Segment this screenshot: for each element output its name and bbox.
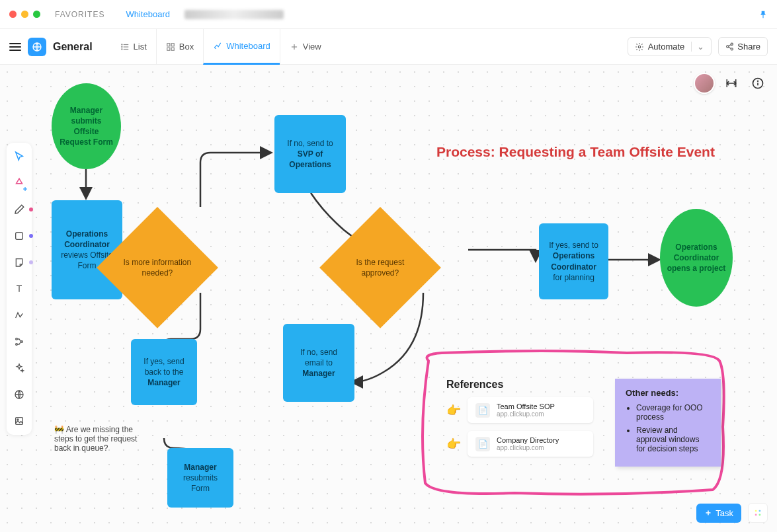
space-name[interactable]: General xyxy=(53,41,93,53)
reference-card[interactable]: 📄 Team Offsite SOP app.clickup.com xyxy=(468,397,593,423)
share-label: Share xyxy=(737,42,760,52)
references-title: References xyxy=(446,379,593,391)
svg-point-24 xyxy=(16,338,18,340)
node-text: Is more information needed? xyxy=(121,257,194,278)
tab-label: Whiteboard xyxy=(226,41,270,51)
pin-icon[interactable] xyxy=(758,10,768,19)
svg-point-13 xyxy=(638,46,641,48)
svg-rect-8 xyxy=(171,43,174,46)
automate-button[interactable]: Automate ⌄ xyxy=(628,37,712,56)
tool-rail xyxy=(7,143,32,435)
reference-card[interactable]: 📄 Company Directory app.clickup.com xyxy=(468,431,593,457)
flow-node-start[interactable]: Manager submits Offsite Request Form xyxy=(52,83,121,169)
flow-node-review[interactable]: Operations Coordinator reviews Offsite F… xyxy=(52,200,122,299)
node-text: If no, send email to Manager xyxy=(290,347,348,379)
close-window-icon[interactable] xyxy=(9,11,17,18)
tab-box[interactable]: Box xyxy=(156,29,203,65)
tab-label: Box xyxy=(179,42,194,52)
svg-point-16 xyxy=(731,48,733,50)
svg-point-38 xyxy=(755,510,757,512)
svg-rect-7 xyxy=(167,43,170,46)
process-title[interactable]: Process: Requesting a Team Offsite Event xyxy=(436,144,715,160)
references-section: References 👉 📄 Team Offsite SOP app.clic… xyxy=(446,379,593,465)
svg-point-41 xyxy=(758,513,760,515)
fit-width-icon[interactable] xyxy=(721,73,741,93)
flow-node-no-email[interactable]: If no, send email to Manager xyxy=(283,324,354,402)
reference-row: 👉 📄 Team Offsite SOP app.clickup.com xyxy=(446,397,593,423)
svg-point-29 xyxy=(17,419,19,420)
svg-point-4 xyxy=(121,44,122,44)
sticky-list: Coverage for OOO process Review and appr… xyxy=(626,403,710,453)
new-task-button[interactable]: Task xyxy=(696,504,741,523)
node-text: If yes, send to Operations Coordinator f… xyxy=(546,240,602,283)
sticky-item: Review and approval windows for decision… xyxy=(636,426,710,453)
relationship-tool-icon[interactable] xyxy=(11,333,28,350)
tab-whiteboard[interactable]: Whiteboard xyxy=(203,29,279,65)
info-icon[interactable] xyxy=(748,73,768,93)
connector-tool-icon[interactable] xyxy=(11,307,28,324)
doc-icon: 📄 xyxy=(475,437,490,451)
point-right-icon: 👉 xyxy=(446,437,461,451)
flow-node-send-back[interactable]: If yes, send back to the Manager xyxy=(131,339,197,405)
svg-rect-28 xyxy=(16,418,23,425)
node-text: If no, send to SVP of Operations xyxy=(281,138,339,171)
reference-text: Company Directory app.clickup.com xyxy=(497,436,559,451)
web-tool-icon[interactable] xyxy=(11,386,28,403)
reference-row: 👉 📄 Company Directory app.clickup.com xyxy=(446,431,593,457)
space-header: General List Box Whiteboard View Automat… xyxy=(0,29,777,65)
svg-point-35 xyxy=(758,81,758,81)
comment-text[interactable]: 🚧 Are we missing the steps to get the re… xyxy=(54,425,147,453)
doc-icon: 📄 xyxy=(475,403,490,418)
node-text: Operations Coordinator opens a project xyxy=(667,242,726,274)
svg-point-40 xyxy=(755,513,757,515)
tab-label: List xyxy=(134,42,147,52)
menu-icon[interactable] xyxy=(9,43,21,51)
rectangle-tool-icon[interactable] xyxy=(11,227,28,245)
text-tool-icon[interactable] xyxy=(11,280,28,297)
svg-line-17 xyxy=(729,45,731,46)
chevron-down-icon[interactable]: ⌄ xyxy=(691,42,704,52)
sticky-tool-icon[interactable] xyxy=(11,254,28,271)
favorites-label: FAVORITES xyxy=(55,10,104,19)
task-button-label: Task xyxy=(716,508,733,518)
svg-point-26 xyxy=(21,341,23,343)
node-text: If yes, send back to the Manager xyxy=(138,356,190,389)
node-text: Manager submits Offsite Request Form xyxy=(58,105,114,148)
pen-tool-icon[interactable] xyxy=(11,201,28,218)
breadcrumb-whiteboard[interactable]: Whiteboard xyxy=(126,9,169,19)
node-text: Manager resubmits Form xyxy=(174,462,227,494)
ai-tool-icon[interactable] xyxy=(11,360,28,377)
flow-node-yes-plan[interactable]: If yes, send to Operations Coordinator f… xyxy=(539,223,608,299)
svg-point-15 xyxy=(727,46,729,48)
shapes-tool-icon[interactable] xyxy=(11,174,28,192)
sticky-heading: Other needs: xyxy=(626,388,710,398)
image-tool-icon[interactable] xyxy=(11,412,28,430)
node-text: Is the request approved? xyxy=(344,257,417,278)
window-controls[interactable] xyxy=(9,11,40,18)
reference-text: Team Offsite SOP app.clickup.com xyxy=(497,402,555,418)
point-right-icon: 👉 xyxy=(446,403,461,418)
bottom-right-controls: Task xyxy=(696,503,768,523)
tab-add-view[interactable]: View xyxy=(280,29,331,65)
space-icon[interactable] xyxy=(28,38,46,56)
fullscreen-window-icon[interactable] xyxy=(33,11,40,18)
svg-point-14 xyxy=(731,43,733,45)
flow-node-end[interactable]: Operations Coordinator opens a project xyxy=(660,209,733,307)
svg-rect-10 xyxy=(171,48,174,50)
canvas-controls xyxy=(694,73,768,94)
svg-point-5 xyxy=(121,46,122,47)
sticky-note[interactable]: Other needs: Coverage for OOO process Re… xyxy=(615,379,721,467)
tab-list[interactable]: List xyxy=(111,29,156,65)
sticky-item: Coverage for OOO process xyxy=(636,403,710,422)
flow-node-resubmit[interactable]: Manager resubmits Form xyxy=(167,448,233,508)
minimize-window-icon[interactable] xyxy=(21,11,28,18)
automate-label: Automate xyxy=(648,42,685,52)
apps-icon[interactable] xyxy=(748,503,768,523)
cursor-tool-icon[interactable] xyxy=(11,148,28,165)
flow-node-svp[interactable]: If no, send to SVP of Operations xyxy=(274,115,346,193)
share-button[interactable]: Share xyxy=(718,37,768,56)
whiteboard-canvas[interactable]: Manager submits Offsite Request Form Ope… xyxy=(0,65,777,532)
tab-label: View xyxy=(303,42,321,52)
window-topbar: FAVORITES Whiteboard xyxy=(0,0,777,29)
avatar[interactable] xyxy=(694,73,715,94)
